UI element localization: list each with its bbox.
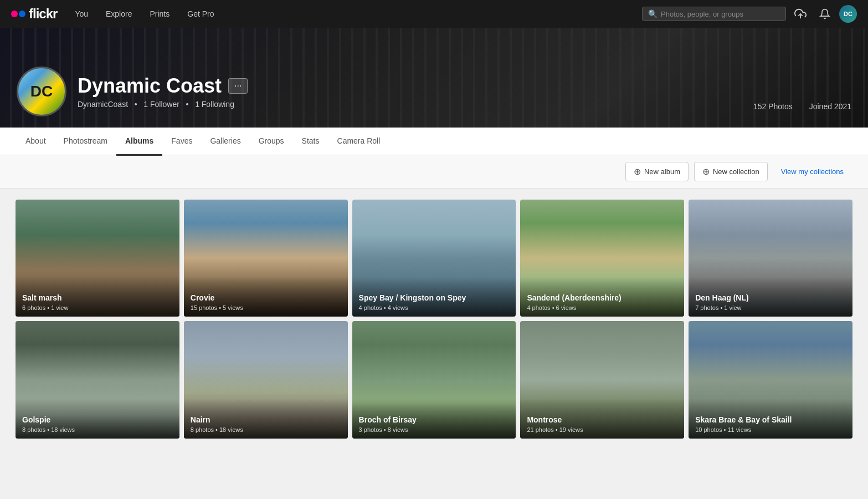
album-overlay: Broch of Birsay3 photos • 8 views xyxy=(352,399,516,439)
plus-icon-album: ⊕ xyxy=(634,166,641,177)
upload-button[interactable] xyxy=(790,4,810,24)
album-card[interactable]: Skara Brae & Bay of Skaill10 photos • 11… xyxy=(689,321,852,438)
nav-get-pro[interactable]: Get Pro xyxy=(181,9,220,18)
album-meta: 10 photos • 11 views xyxy=(695,426,846,433)
albums-grid: Salt marsh6 photos • 1 viewCrovie15 phot… xyxy=(0,189,868,450)
album-meta: 4 photos • 6 views xyxy=(527,304,677,311)
album-overlay: Sandend (Aberdeenshire)4 photos • 6 view… xyxy=(520,277,684,317)
profile-display-name: Dynamic Coast xyxy=(78,74,222,98)
avatar-initials: DC xyxy=(30,83,53,100)
album-meta: 3 photos • 8 views xyxy=(359,426,510,433)
album-title: Golspie xyxy=(22,415,173,425)
separator-1: • xyxy=(135,100,137,109)
album-card[interactable]: Crovie15 photos • 5 views xyxy=(184,200,348,317)
notifications-button[interactable] xyxy=(815,4,835,24)
album-overlay: Montrose21 photos • 19 views xyxy=(520,399,684,439)
new-album-label: New album xyxy=(644,167,680,176)
album-meta: 4 photos • 4 views xyxy=(359,304,510,311)
album-title: Salt marsh xyxy=(22,293,173,303)
profile-text: Dynamic Coast ··· DynamicCoast • 1 Follo… xyxy=(78,74,248,109)
albums-toolbar: ⊕ New album ⊕ New collection View my col… xyxy=(0,155,868,189)
album-card[interactable]: Nairn8 photos • 18 views xyxy=(184,321,348,438)
album-title: Crovie xyxy=(191,293,341,303)
flickr-logo[interactable]: flickr xyxy=(11,6,57,22)
tab-photostream[interactable]: Photostream xyxy=(55,128,116,156)
user-avatar[interactable]: DC xyxy=(839,5,857,23)
album-title: Nairn xyxy=(191,415,341,425)
tab-galleries[interactable]: Galleries xyxy=(201,128,249,156)
album-overlay: Salt marsh6 photos • 1 view xyxy=(16,277,179,317)
album-meta: 7 photos • 1 view xyxy=(695,304,846,311)
new-collection-button[interactable]: ⊕ New collection xyxy=(694,162,768,181)
profile-banner: DC Dynamic Coast ··· DynamicCoast • 1 Fo… xyxy=(0,28,868,128)
album-card[interactable]: Spey Bay / Kingston on Spey4 photos • 4 … xyxy=(352,200,516,317)
joined-date: Joined 2021 xyxy=(809,102,851,111)
search-input[interactable] xyxy=(661,10,780,18)
album-meta: 8 photos • 18 views xyxy=(191,426,341,433)
album-card[interactable]: Den Haag (NL)7 photos • 1 view xyxy=(689,200,852,317)
profile-followers: 1 Follower xyxy=(143,100,179,109)
album-overlay: Den Haag (NL)7 photos • 1 view xyxy=(689,277,852,317)
nav-prints[interactable]: Prints xyxy=(143,9,176,18)
album-title: Montrose xyxy=(527,415,677,425)
flickr-dots xyxy=(11,11,25,17)
album-overlay: Nairn8 photos • 18 views xyxy=(184,399,348,439)
tab-about[interactable]: About xyxy=(17,128,55,156)
album-meta: 8 photos • 18 views xyxy=(22,426,173,433)
plus-icon-collection: ⊕ xyxy=(702,166,710,177)
tab-stats[interactable]: Stats xyxy=(293,128,328,156)
profile-info: DC Dynamic Coast ··· DynamicCoast • 1 Fo… xyxy=(17,67,248,116)
tab-faves[interactable]: Faves xyxy=(162,128,201,156)
tab-groups[interactable]: Groups xyxy=(250,128,293,156)
view-collections-link[interactable]: View my collections xyxy=(773,164,851,180)
album-card[interactable]: Salt marsh6 photos • 1 view xyxy=(16,200,179,317)
tab-albums[interactable]: Albums xyxy=(116,128,162,156)
profile-stats: 152 Photos Joined 2021 xyxy=(753,102,851,111)
profile-following: 1 Following xyxy=(195,100,234,109)
album-card[interactable]: Golspie8 photos • 18 views xyxy=(16,321,179,438)
profile-meta: DynamicCoast • 1 Follower • 1 Following xyxy=(78,100,248,109)
album-card[interactable]: Montrose21 photos • 19 views xyxy=(520,321,684,438)
nav-explore[interactable]: Explore xyxy=(99,9,138,18)
album-overlay: Golspie8 photos • 18 views xyxy=(16,399,179,439)
album-title: Spey Bay / Kingston on Spey xyxy=(359,293,510,303)
new-collection-label: New collection xyxy=(713,167,759,176)
album-meta: 21 photos • 19 views xyxy=(527,426,677,433)
tab-camera-roll[interactable]: Camera Roll xyxy=(328,128,389,156)
album-overlay: Spey Bay / Kingston on Spey4 photos • 4 … xyxy=(352,277,516,317)
album-title: Broch of Birsay xyxy=(359,415,510,425)
album-overlay: Crovie15 photos • 5 views xyxy=(184,277,348,317)
search-icon: 🔍 xyxy=(648,9,658,18)
album-meta: 6 photos • 1 view xyxy=(22,304,173,311)
album-title: Skara Brae & Bay of Skaill xyxy=(695,415,846,425)
album-card[interactable]: Broch of Birsay3 photos • 8 views xyxy=(352,321,516,438)
flickr-wordmark: flickr xyxy=(29,6,57,22)
profile-name-row: Dynamic Coast ··· xyxy=(78,74,248,98)
profile-username: DynamicCoast xyxy=(78,100,128,109)
album-title: Den Haag (NL) xyxy=(695,293,846,303)
dot-blue xyxy=(19,11,25,17)
photos-count: 152 Photos xyxy=(753,102,793,111)
search-bar[interactable]: 🔍 xyxy=(642,7,786,21)
sub-navigation: About Photostream Albums Faves Galleries… xyxy=(0,128,868,155)
more-options-button[interactable]: ··· xyxy=(228,78,248,94)
dot-pink xyxy=(11,11,18,17)
album-card[interactable]: Sandend (Aberdeenshire)4 photos • 6 view… xyxy=(520,200,684,317)
album-meta: 15 photos • 5 views xyxy=(191,304,341,311)
album-overlay: Skara Brae & Bay of Skaill10 photos • 11… xyxy=(689,399,852,439)
top-navigation: flickr You Explore Prints Get Pro 🔍 DC xyxy=(0,0,868,28)
album-title: Sandend (Aberdeenshire) xyxy=(527,293,677,303)
profile-avatar: DC xyxy=(17,67,66,116)
nav-you[interactable]: You xyxy=(68,9,95,18)
separator-2: • xyxy=(186,100,189,109)
new-album-button[interactable]: ⊕ New album xyxy=(625,162,689,181)
